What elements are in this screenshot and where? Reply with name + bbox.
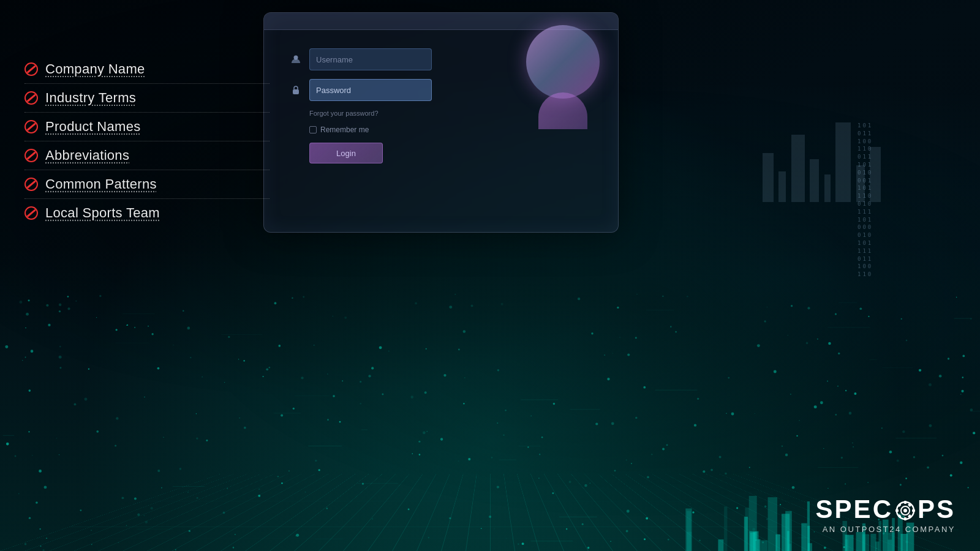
forgot-password-link[interactable]: Forgot your password?	[309, 110, 379, 117]
svg-rect-7	[912, 509, 915, 512]
specops-text-ps: PS	[918, 497, 956, 522]
no-symbol-icon-2	[24, 91, 38, 105]
svg-rect-4	[904, 501, 907, 504]
remember-me-checkbox[interactable]	[309, 126, 317, 133]
avatar-circle	[526, 25, 600, 99]
password-placeholder: Password	[316, 86, 351, 95]
list-label-common-patterns: Common Patterns	[45, 176, 157, 192]
list-label-product-names: Product Names	[45, 119, 141, 135]
specops-tagline: AN OUTPOST24 COMPANY	[823, 525, 956, 534]
specops-logo: SPEC PS AN OUTPOST24 COMPANY	[816, 497, 956, 534]
no-symbol-icon-5	[24, 178, 38, 191]
remember-me-label: Remember me	[320, 126, 369, 134]
password-input[interactable]: Password	[309, 79, 432, 101]
list-item-common-patterns: Common Patterns	[24, 170, 270, 199]
no-symbol-icon-1	[24, 62, 38, 76]
svg-point-12	[903, 509, 907, 512]
svg-rect-5	[904, 517, 907, 520]
no-symbol-icon-4	[24, 149, 38, 162]
city-buildings	[761, 122, 882, 202]
specops-text-spec: SPEC	[816, 497, 893, 522]
list-item-industry-terms: Industry Terms	[24, 84, 270, 113]
svg-rect-1	[293, 89, 299, 94]
list-label-industry-terms: Industry Terms	[45, 90, 136, 106]
no-symbol-icon-3	[24, 120, 38, 133]
lock-icon	[288, 83, 303, 97]
list-item-local-sports-team: Local Sports Team	[24, 199, 270, 227]
username-row: Username	[288, 48, 432, 70]
list-label-local-sports-team: Local Sports Team	[45, 205, 160, 221]
specops-name: SPEC PS	[816, 497, 956, 522]
blocklist-panel: Company Name Industry Terms Product Name…	[24, 55, 270, 227]
remember-me-row: Remember me	[309, 126, 369, 134]
login-panel: Username Password Forgot your password? …	[263, 12, 619, 233]
list-item-product-names: Product Names	[24, 113, 270, 141]
list-item-abbreviations: Abbreviations	[24, 141, 270, 170]
list-label-company-name: Company Name	[45, 61, 145, 77]
login-button[interactable]: Login	[309, 143, 383, 163]
username-input[interactable]: Username	[309, 48, 432, 70]
list-item-company-name: Company Name	[24, 55, 270, 84]
user-icon	[288, 52, 303, 67]
password-row: Password	[288, 79, 432, 101]
no-symbol-icon-6	[24, 206, 38, 220]
username-placeholder: Username	[316, 55, 353, 64]
list-label-abbreviations: Abbreviations	[45, 148, 129, 163]
svg-rect-6	[895, 509, 899, 512]
specops-gear-icon	[894, 499, 917, 522]
